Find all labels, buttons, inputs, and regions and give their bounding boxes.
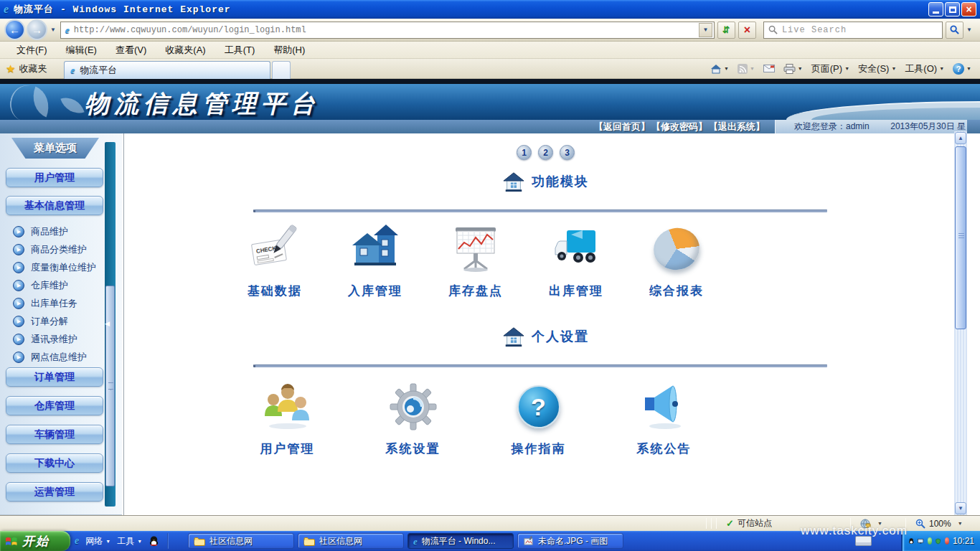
tray-wireless-icon[interactable] [928, 537, 932, 545]
read-mail-button[interactable] [760, 63, 778, 74]
feeds-button[interactable]: ▼ [735, 62, 758, 75]
quicklaunch-tools[interactable]: 工具 [117, 535, 134, 547]
sidebar-item-goods[interactable]: ▶商品维护 [13, 222, 68, 240]
safety-menu-button[interactable]: 安全(S) ▼ [855, 61, 899, 77]
sidebar-scrollbar[interactable]: ◀ [105, 142, 116, 507]
page-body: 菜单选项 用户管理 基本信息管理 ▶商品维护 ▶商品分类维护 ▶度量衡单位维护 … [0, 133, 980, 515]
play-icon: ▶ [13, 280, 24, 291]
question-icon: ? [512, 380, 565, 433]
tab-logistics-platform[interactable]: e 物流平台 [64, 61, 270, 79]
sidebar-item-goods-category[interactable]: ▶商品分类维护 [13, 240, 87, 258]
sidebar-scrollbar-thumb[interactable] [105, 286, 115, 486]
task-button-logistics[interactable]: e 物流平台 - Windo... [407, 533, 514, 549]
minimize-button[interactable] [928, 2, 943, 17]
tray-shield-icon[interactable] [936, 537, 941, 546]
sidebar-button-download-center[interactable]: 下载中心 [6, 453, 103, 473]
quick-launch: e 网络 ▼ 工具 ▼ [75, 531, 170, 551]
qq-icon[interactable] [149, 535, 159, 547]
tools-menu-button[interactable]: 工具(O) ▼ [902, 61, 947, 77]
sidebar-item-order-split[interactable]: ▶订单分解 [13, 312, 68, 330]
history-caret-icon[interactable]: ▼ [50, 27, 56, 33]
search-box[interactable]: Live Search [763, 22, 943, 39]
module-label: 系统设置 [386, 441, 440, 457]
home-caret-icon: ▼ [724, 66, 729, 71]
link-change-password[interactable]: 【修改密码】 [651, 121, 707, 133]
sidebar-item-contacts[interactable]: ▶通讯录维护 [13, 330, 77, 348]
sidebar-item-site-info[interactable]: ▶网点信息维护 [13, 348, 87, 366]
sidebar-item-outbound-task[interactable]: ▶出库单任务 [13, 294, 77, 312]
module-reports[interactable]: 综合报表 [626, 222, 727, 299]
search-go-icon [950, 25, 959, 34]
sidebar-button-basic-info[interactable]: 基本信息管理 [6, 196, 103, 215]
task-button-paint[interactable]: 未命名.JPG - 画图 [517, 533, 623, 549]
restore-button[interactable] [945, 2, 960, 17]
sidebar-button-operations-management[interactable]: 运营管理 [6, 482, 103, 501]
address-caret-button[interactable]: ▼ [699, 23, 712, 37]
pagination-button-1[interactable]: 1 [517, 145, 532, 160]
module-system-settings[interactable]: 系统设置 [350, 380, 476, 457]
module-user-management[interactable]: 用户管理 [225, 380, 350, 457]
favorites-label[interactable]: 收藏夹 [19, 62, 47, 75]
module-basic-data[interactable]: CHECK 基础数据 [225, 222, 325, 299]
menu-tools[interactable]: 工具(T) [215, 42, 265, 59]
tab-title: 物流平台 [80, 64, 117, 77]
page-caret-icon: ▼ [844, 66, 849, 71]
feeds-caret-icon: ▼ [750, 66, 755, 71]
menu-edit[interactable]: 编辑(E) [57, 42, 106, 59]
menu-favorites[interactable]: 收藏夹(A) [156, 42, 215, 59]
help-button[interactable]: ? ▼ [950, 62, 974, 76]
pagination-button-3[interactable]: 3 [560, 145, 575, 160]
sidebar-item-units[interactable]: ▶度量衡单位维护 [13, 258, 96, 276]
sidebar-button-user-management[interactable]: 用户管理 [6, 168, 103, 187]
search-placeholder[interactable]: Live Search [782, 25, 847, 35]
sidebar-button-vehicle-management[interactable]: 车辆管理 [6, 425, 103, 444]
sidebar-button-order-management[interactable]: 订单管理 [6, 367, 103, 387]
page-scrollbar[interactable]: ▲ ▼ [954, 131, 967, 515]
menu-bar: 文件(F) 编辑(E) 查看(V) 收藏夹(A) 工具(T) 帮助(H) [0, 42, 980, 59]
quicklaunch-network[interactable]: 网络 [85, 535, 103, 547]
module-system-announcement[interactable]: 系统公告 [601, 380, 727, 457]
module-inbound[interactable]: 入库管理 [325, 222, 425, 299]
link-logout[interactable]: 【退出系统】 [709, 121, 765, 133]
module-outbound[interactable]: 出库管理 [526, 222, 626, 299]
favorites-star-icon[interactable]: ★ [6, 62, 15, 75]
search-go-button[interactable] [946, 22, 963, 39]
scroll-down-button[interactable]: ▼ [955, 502, 966, 514]
play-icon: ▶ [13, 244, 24, 255]
link-home[interactable]: 【返回首页】 [594, 121, 650, 133]
refresh-button[interactable]: ⇆ [717, 22, 735, 39]
module-operation-guide[interactable]: ? 操作指南 [476, 380, 601, 457]
stop-button[interactable]: × [738, 22, 756, 39]
print-button[interactable]: ▼ [781, 62, 806, 75]
pagination-button-2[interactable]: 2 [538, 145, 553, 160]
new-tab-stub[interactable] [272, 61, 291, 79]
page-menu-button[interactable]: 页面(P) ▼ [809, 61, 852, 77]
tray-qq-icon[interactable] [908, 536, 914, 546]
address-url[interactable]: http://www.cqwuyun.com/wuyun/login_login… [74, 25, 699, 35]
task-button-community-1[interactable]: 社区信息网 [188, 533, 294, 549]
scrollbar-thumb[interactable] [955, 146, 966, 329]
network-caret-icon[interactable]: ▼ [105, 539, 110, 544]
back-button[interactable]: ← [4, 19, 25, 40]
menu-help[interactable]: 帮助(H) [264, 42, 314, 59]
task-label: 未命名.JPG - 画图 [538, 535, 608, 547]
menu-file[interactable]: 文件(F) [7, 42, 57, 59]
tray-network-icon[interactable] [918, 537, 923, 545]
menu-view[interactable]: 查看(V) [106, 42, 156, 59]
task-button-community-2[interactable]: 社区信息网 [298, 533, 404, 549]
search-caret-icon[interactable]: ▼ [966, 27, 972, 33]
home-button[interactable]: ▼ [707, 62, 732, 75]
close-button[interactable]: × [961, 2, 976, 17]
zoom-control[interactable]: 100% ▼ [908, 519, 980, 529]
sidebar-button-warehouse-management[interactable]: 仓库管理 [6, 396, 103, 415]
sidebar-item-warehouse[interactable]: ▶仓库维护 [13, 276, 68, 294]
forward-button[interactable]: → [27, 19, 47, 40]
quicklaunch-ie-icon[interactable]: e [75, 536, 79, 546]
sidebar-collapse-icon[interactable]: ◀ [105, 320, 110, 327]
address-bar[interactable]: e http://www.cqwuyun.com/wuyun/login_log… [60, 22, 715, 39]
start-button[interactable]: 开始 [0, 531, 70, 551]
scroll-up-button[interactable]: ▲ [955, 132, 966, 144]
tray-alert-icon[interactable] [945, 537, 949, 545]
module-inventory[interactable]: 库存盘点 [425, 222, 526, 299]
tools-caret-icon[interactable]: ▼ [137, 539, 142, 544]
